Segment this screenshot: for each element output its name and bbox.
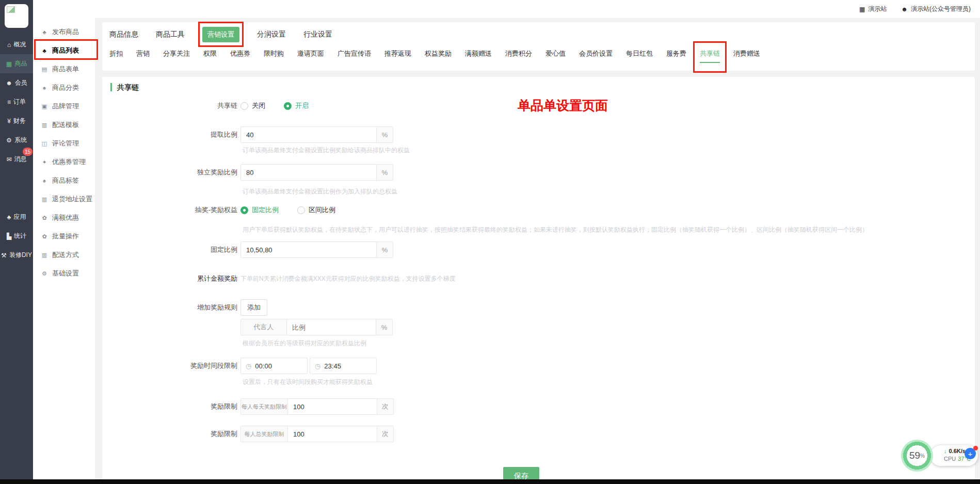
rail-item-label: 应用	[13, 213, 26, 221]
memory-percent: 59	[909, 450, 920, 461]
subtab-ad-slogan[interactable]: 广告宣传语	[338, 49, 371, 62]
fixed-ratio-input[interactable]	[240, 241, 377, 258]
rail-item-statistics[interactable]: ▙统计	[0, 227, 33, 246]
subtab-consume-gift[interactable]: 消费赠送	[733, 49, 760, 62]
radio-fixed-ratio[interactable]: 固定比例	[240, 205, 279, 215]
total-limit-prefix: 每人总奖励限制	[240, 426, 288, 442]
sidebar-item-publish-goods[interactable]: ♣发布商品	[33, 23, 95, 41]
site-switcher[interactable]: ▦演示站	[859, 5, 887, 13]
rail-item-decorate-diy[interactable]: ⚒装修DIY	[0, 246, 33, 265]
sidebar-item-full-discount[interactable]: ✿满额优惠	[33, 208, 95, 227]
reward-time-range-help: 设置后，只有在该时间段购买才能获得奖励权益	[243, 378, 373, 386]
independent-reward-input[interactable]	[240, 164, 377, 181]
extract-ratio-input[interactable]	[240, 126, 377, 143]
times-suffix: 次	[377, 426, 394, 442]
daily-limit-input[interactable]	[287, 398, 377, 415]
time-start-picker[interactable]: ◷	[240, 358, 308, 374]
sidebar-item-coupon-management[interactable]: ✦优惠券管理	[33, 153, 95, 171]
rail-item-members[interactable]: ☻会员	[0, 73, 33, 92]
sidebar-item-label: 品牌管理	[52, 102, 79, 111]
subtab-recommend-cashback[interactable]: 推荐返现	[384, 49, 411, 62]
rail-item-label: 财务	[13, 117, 26, 125]
main-area: 商品信息 商品工具 营销设置 分润设置 行业设置 折扣 营销 分享关注 权限 优…	[95, 19, 980, 484]
tab-goods-info[interactable]: 商品信息	[109, 30, 138, 39]
site-logo[interactable]	[5, 4, 28, 28]
memory-usage-gauge[interactable]: 59%	[901, 440, 933, 472]
rail-item-label: 商品	[14, 59, 27, 68]
goods-sidebar: ♣发布商品 ♣商品列表 ▤商品表单 ♠商品分类 ▣品牌管理 ▥配送模板 ◫评论管…	[33, 0, 95, 484]
sidebar-item-return-address-settings[interactable]: ▥退货地址设置	[33, 190, 95, 208]
rail-item-apps[interactable]: ♣应用	[0, 207, 33, 227]
time-end-input[interactable]	[324, 362, 360, 370]
spokesperson-ratio-input[interactable]	[286, 319, 376, 335]
sidebar-item-delivery-method[interactable]: ▥配送方式	[33, 246, 95, 264]
sidebar-item-goods-tags[interactable]: ♠商品标签	[33, 171, 95, 190]
subtab-benefit-reward[interactable]: 权益奖励	[425, 49, 452, 62]
tab-card: 商品信息 商品工具 营销设置 分润设置 行业设置 折扣 营销 分享关注 权限 优…	[102, 22, 975, 71]
time-end-picker[interactable]: ◷	[310, 358, 377, 374]
field-label: 增加奖励规则	[102, 303, 237, 312]
subtab-invite-page[interactable]: 邀请页面	[297, 49, 324, 62]
subtab-flash-sale[interactable]: 限时购	[264, 49, 284, 62]
subtab-share-follow[interactable]: 分享关注	[163, 49, 190, 62]
radio-checked-icon	[240, 206, 248, 214]
subtab-service-fee[interactable]: 服务费	[666, 49, 686, 62]
times-suffix: 次	[377, 398, 394, 415]
radio-range-ratio[interactable]: 区间比例	[297, 205, 335, 215]
sidebar-item-goods-form[interactable]: ▤商品表单	[33, 60, 95, 78]
tab-industry-settings[interactable]: 行业设置	[303, 30, 332, 39]
secondary-tabs: 折扣 营销 分享关注 权限 优惠券 限时购 邀请页面 广告宣传语 推荐返现 权益…	[109, 49, 975, 63]
admin-account[interactable]: ☻演示站(公众号管理员)	[901, 5, 971, 13]
rail-item-system[interactable]: ⚙系统	[0, 131, 33, 150]
radio-label: 固定比例	[252, 205, 279, 215]
admin-name: 演示站(公众号管理员)	[911, 5, 971, 13]
radio-share-chain-off[interactable]: 关闭	[240, 101, 265, 110]
reward-limit-daily-row: 奖励限制 每人每天奖励限制 次	[102, 398, 394, 415]
finance-icon: ¥	[7, 118, 11, 124]
orders-icon: ≡	[7, 99, 11, 105]
subtab-full-amount-gift[interactable]: 满额赠送	[465, 49, 492, 62]
subtab-permissions[interactable]: 权限	[203, 49, 217, 62]
total-limit-input[interactable]	[287, 426, 377, 442]
tab-profit-settings[interactable]: 分润设置	[257, 30, 286, 39]
sidebar-item-label: 商品列表	[52, 46, 79, 55]
image-placeholder-icon	[7, 6, 15, 13]
subtab-marketing[interactable]: 营销	[136, 49, 150, 62]
subtab-member-price[interactable]: 会员价设置	[579, 49, 613, 62]
subtab-discount[interactable]: 折扣	[109, 49, 123, 62]
sidebar-item-brand-management[interactable]: ▣品牌管理	[33, 97, 95, 116]
subtab-daily-redpacket[interactable]: 每日红包	[626, 49, 653, 62]
add-reward-rule-row: 增加奖励规则 添加	[102, 299, 267, 316]
radio-share-chain-on[interactable]: 开启	[284, 101, 309, 110]
message-badge: 15	[23, 148, 33, 156]
rail-item-messages[interactable]: ✉消息15	[0, 150, 33, 169]
field-label: 抽奖-奖励权益	[102, 205, 237, 215]
rail-item-orders[interactable]: ≡订单	[0, 92, 33, 111]
rail-item-overview[interactable]: ⌂概况	[0, 35, 33, 54]
sidebar-item-goods-list[interactable]: ♣商品列表	[33, 41, 95, 60]
tab-marketing-settings[interactable]: 营销设置	[202, 27, 239, 42]
time-start-input[interactable]	[255, 362, 291, 370]
radio-checked-icon	[284, 102, 292, 110]
rail-item-finance[interactable]: ¥财务	[0, 111, 33, 131]
tab-goods-tools[interactable]: 商品工具	[156, 30, 185, 39]
fixed-ratio-row: 固定比例 %	[102, 241, 393, 258]
tab-label: 营销设置	[207, 30, 234, 38]
columns-icon: ◫	[41, 140, 48, 147]
briefcase-icon: ▣	[41, 103, 48, 110]
sidebar-item-comment-management[interactable]: ◫评论管理	[33, 134, 95, 153]
field-label: 固定比例	[102, 245, 237, 254]
sidebar-item-batch-operations[interactable]: ✿批量操作	[33, 227, 95, 246]
subtab-coupon[interactable]: 优惠券	[230, 49, 250, 62]
subtab-love-value[interactable]: 爱心值	[545, 49, 566, 62]
subtab-share-chain[interactable]: 共享链	[700, 49, 720, 63]
gift-icon: ✿	[41, 215, 48, 221]
field-label: 奖励限制	[102, 402, 237, 411]
sidebar-item-delivery-template[interactable]: ▥配送模板	[33, 116, 95, 134]
sidebar-item-basic-settings[interactable]: ⚙基础设置	[33, 264, 95, 283]
add-rule-button[interactable]: 添加	[240, 299, 267, 316]
subtab-consume-points[interactable]: 消费积分	[505, 49, 532, 62]
sidebar-item-label: 优惠券管理	[52, 157, 86, 167]
rail-item-goods[interactable]: ▦商品	[0, 54, 33, 73]
sidebar-item-goods-category[interactable]: ♠商品分类	[33, 78, 95, 97]
